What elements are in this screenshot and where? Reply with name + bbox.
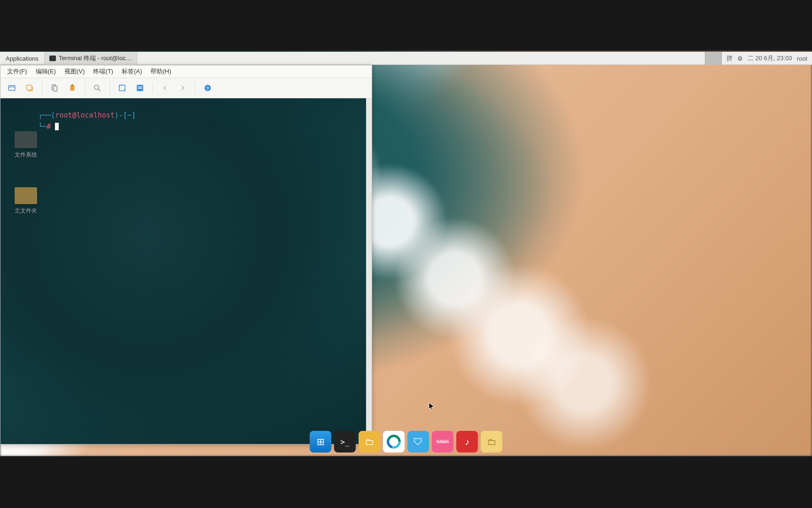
start-icon: ⊞ [317,436,325,447]
svg-rect-4 [54,86,57,91]
files-icon: 🗀 [365,437,374,447]
taskbar-item-terminal[interactable]: Terminal 终端 - root@loc… [44,52,137,65]
back-button[interactable] [157,80,172,95]
fullscreen-button[interactable] [115,80,130,95]
prompt-line2-prefix: └─ [38,122,47,131]
letterbox-bottom [0,456,812,508]
dock-bilibili-button[interactable]: bilibili [432,431,453,452]
menu-file[interactable]: 文件(F) [4,66,30,77]
paste-button[interactable] [65,80,80,95]
folder-icon [15,187,37,204]
terminal-body[interactable]: 文件系统 主文件夹 ┌──(root@localhost)-[~] └─# [0,98,372,444]
new-tab-button[interactable] [4,80,19,95]
music-icon: ♪ [465,437,469,447]
clock[interactable]: 二 20 6月, 23:03 [748,54,792,63]
taskbar-item-label: Terminal 终端 - root@loc… [59,54,132,63]
svg-rect-11 [138,87,142,87]
prompt-close-bracket: )-[~] [115,111,136,119]
user-label[interactable]: root [797,55,807,62]
prompt-line-2: └─# [4,111,59,142]
svg-rect-5 [70,85,75,91]
terminal-toolbar: ? [0,78,372,98]
letterbox-top [0,0,812,52]
new-window-button[interactable] [22,80,37,95]
desktop-icons-showthrough: 文件系统 主文件夹 [15,131,37,215]
desktop-icon-home: 主文件夹 [15,187,37,215]
help-button[interactable]: ? [200,80,215,95]
system-tray: 拼 ⚙ 二 20 6月, 23:03 root [722,54,812,63]
settings-icon[interactable]: ⚙ [737,55,743,62]
svg-rect-0 [8,86,15,91]
menu-help[interactable]: 帮助(H) [148,66,174,77]
prompt-user-host: root@localhost [55,111,114,119]
toolbar-separator [85,82,85,94]
menu-view[interactable]: 视图(V) [62,66,87,77]
svg-rect-12 [138,88,142,89]
desktop-icon-label: 文件系统 [15,151,37,159]
terminal-menubar: 文件(F) 编辑(E) 视图(V) 终端(T) 标签(A) 帮助(H) [0,65,372,78]
workspace-switcher[interactable] [705,52,722,65]
dock-terminal-button[interactable]: >_ [334,431,356,452]
menu-terminal[interactable]: 终端(T) [90,66,116,77]
dock-netease-music-button[interactable]: ♪ [456,431,478,452]
menu-edit[interactable]: 编辑(E) [33,66,59,77]
svg-point-7 [94,85,99,89]
svg-rect-6 [71,85,74,86]
toolbar-separator [109,82,110,94]
preferences-button[interactable] [133,80,148,95]
shield-icon: 🛡 [414,437,423,447]
copy-button[interactable] [47,80,62,95]
input-method-indicator[interactable]: 拼 [726,54,733,63]
applications-menu[interactable]: Applications [0,52,44,65]
desktop-screen: Applications Terminal 终端 - root@loc… 拼 ⚙… [0,52,812,456]
dock-edge-button[interactable] [383,431,405,452]
menu-tabs[interactable]: 标签(A) [119,66,145,77]
text-cursor [55,123,59,130]
folder-icon: 🗀 [487,437,496,447]
bilibili-icon: bilibili [437,439,449,444]
dock-security-button[interactable]: 🛡 [407,431,429,452]
dock-files-button[interactable]: 🗀 [359,431,380,452]
svg-line-8 [98,89,101,91]
forward-button[interactable] [175,80,190,95]
toolbar-separator [152,82,153,94]
dock-start-button[interactable]: ⊞ [310,431,331,452]
search-button[interactable] [90,80,105,95]
toolbar-separator [195,82,195,94]
svg-rect-2 [27,85,32,90]
terminal-window[interactable]: 文件(F) 编辑(E) 视图(V) 终端(T) 标签(A) 帮助(H) ? [0,65,372,444]
terminal-icon: >_ [340,437,349,446]
terminal-window-icon [49,56,56,61]
desktop-icon-label: 主文件夹 [15,207,37,215]
bottom-dock: ⊞ >_ 🗀 🛡 bilibili ♪ 🗀 [306,428,506,455]
toolbar-separator [42,82,42,94]
applications-label: Applications [6,55,39,62]
prompt-symbol: # [47,122,51,131]
mouse-cursor-icon [429,402,435,411]
svg-rect-9 [119,85,125,91]
edge-icon [387,435,401,449]
svg-text:?: ? [206,86,209,91]
top-panel: Applications Terminal 终端 - root@loc… 拼 ⚙… [0,52,812,65]
dock-folder-button[interactable]: 🗀 [481,431,502,452]
